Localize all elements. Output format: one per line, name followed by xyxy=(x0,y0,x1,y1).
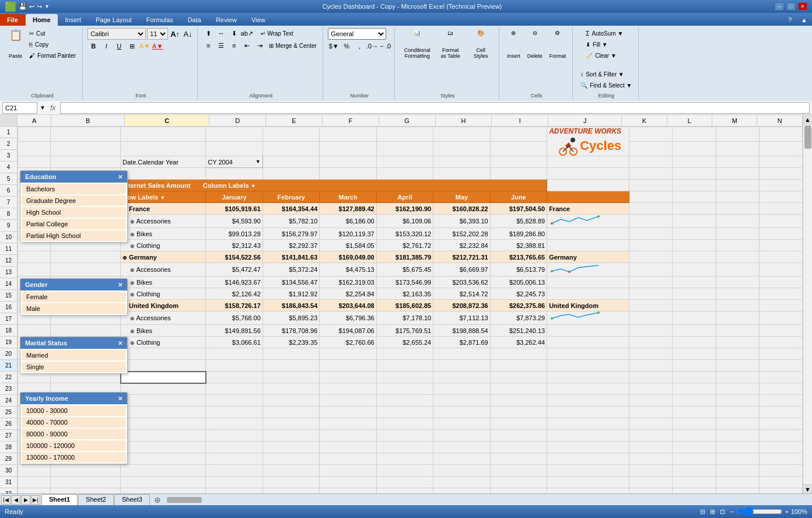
cell-k23[interactable] xyxy=(629,395,673,407)
cell-j14[interactable] xyxy=(547,288,629,300)
cell-l14[interactable] xyxy=(673,288,716,300)
cell-c13[interactable]: ⊕ Bikes xyxy=(121,276,206,288)
cell-k7[interactable] xyxy=(629,203,673,215)
cell-j26[interactable] xyxy=(547,430,629,442)
increase-decimal-btn[interactable]: .0→ xyxy=(366,41,378,51)
education-partialhighschool[interactable]: Partial High School xyxy=(22,230,126,241)
cell-g6[interactable]: April xyxy=(376,191,433,203)
income-40k-70k[interactable]: 40000 - 70000 xyxy=(22,417,126,428)
col-header-k[interactable]: K xyxy=(622,115,667,127)
number-format-select[interactable]: General xyxy=(328,28,386,40)
cell-h1[interactable] xyxy=(433,127,490,142)
cell-f21[interactable] xyxy=(320,372,376,383)
cell-h14[interactable]: $2,514.72 xyxy=(433,288,490,300)
cell-e26[interactable] xyxy=(262,430,319,442)
copy-button[interactable]: ⎘ Copy xyxy=(26,39,79,50)
formula-input[interactable] xyxy=(60,102,810,114)
gender-clear-filter-icon[interactable]: ✕ xyxy=(118,282,123,288)
cell-h30[interactable] xyxy=(433,477,490,488)
cell-d8[interactable]: $4,593.90 xyxy=(206,215,262,228)
minimize-btn[interactable]: ─ xyxy=(775,2,784,10)
cell-m14[interactable] xyxy=(716,288,759,300)
cell-h26[interactable] xyxy=(433,430,490,442)
cell-l26[interactable] xyxy=(673,430,716,442)
cell-f30[interactable] xyxy=(320,477,376,488)
cell-f12[interactable]: $4,475.13 xyxy=(320,263,376,276)
cell-k16[interactable] xyxy=(629,312,673,325)
tab-insert[interactable]: Insert xyxy=(58,14,89,26)
decrease-indent-btn[interactable]: ⇤ xyxy=(241,40,253,51)
cell-j11[interactable]: Germany xyxy=(547,251,629,263)
cell-m7[interactable] xyxy=(716,203,759,215)
cell-l11[interactable] xyxy=(673,251,716,263)
cell-l17[interactable] xyxy=(673,325,716,337)
cell-g20[interactable] xyxy=(376,360,433,372)
cell-j4[interactable] xyxy=(547,168,629,180)
cell-h8[interactable]: $6,393.10 xyxy=(433,215,490,228)
cell-m21[interactable] xyxy=(716,372,759,383)
cell-e4[interactable] xyxy=(262,168,319,180)
row-29[interactable]: 29 xyxy=(0,453,17,465)
clear-btn[interactable]: 🧹Clear ▼ xyxy=(583,50,629,61)
cell-m28[interactable] xyxy=(716,453,759,465)
cell-c11[interactable]: ⊕ Germany xyxy=(121,251,206,263)
expand-cloth-de-icon[interactable]: ⊕ xyxy=(130,292,135,298)
cell-h27[interactable] xyxy=(433,442,490,453)
cell-m20[interactable] xyxy=(716,360,759,372)
cell-m25[interactable] xyxy=(716,418,759,430)
cell-j16[interactable] xyxy=(547,312,629,325)
expand-cloth-fr-icon[interactable]: ⊕ xyxy=(130,243,135,249)
cell-g9[interactable]: $153,320.12 xyxy=(376,228,433,240)
cell-g30[interactable] xyxy=(376,477,433,488)
cell-c30[interactable] xyxy=(121,477,206,488)
cell-j3[interactable] xyxy=(547,156,629,168)
cell-i24[interactable] xyxy=(490,407,547,418)
cell-n31[interactable] xyxy=(759,488,802,494)
cell-n12[interactable] xyxy=(759,263,802,276)
cell-c21[interactable] xyxy=(121,372,206,383)
cell-a1[interactable] xyxy=(18,127,51,142)
cell-n9[interactable] xyxy=(759,228,802,240)
cell-m2[interactable] xyxy=(716,142,759,156)
nav-next-tab[interactable]: ▶ xyxy=(21,495,30,505)
align-center-btn[interactable]: ☰ xyxy=(215,40,227,51)
cell-n13[interactable] xyxy=(759,276,802,288)
cell-n16[interactable] xyxy=(759,312,802,325)
cell-n8[interactable] xyxy=(759,215,802,228)
decrease-decimal-btn[interactable]: ←.0 xyxy=(379,41,391,51)
cell-e23[interactable] xyxy=(262,395,319,407)
orientation-btn[interactable]: ab↗ xyxy=(241,28,253,38)
column-labels-filter-icon[interactable]: ▼ xyxy=(251,183,256,189)
tab-home[interactable]: Home xyxy=(26,14,58,26)
cell-k8[interactable] xyxy=(629,215,673,228)
cell-i17[interactable]: $251,240.13 xyxy=(490,325,547,337)
cell-m9[interactable] xyxy=(716,228,759,240)
cell-i8[interactable]: $5,828.89 xyxy=(490,215,547,228)
cell-l2[interactable] xyxy=(673,142,716,156)
format-cells-btn[interactable]: ⚙ Format xyxy=(547,28,569,61)
cell-h16[interactable]: $7,112.13 xyxy=(433,312,490,325)
cell-j13[interactable] xyxy=(547,276,629,288)
page-layout-view-icon[interactable]: ⊞ xyxy=(710,508,715,516)
row-12[interactable]: 12 xyxy=(0,255,17,267)
font-grow-btn[interactable]: A↑ xyxy=(169,29,181,39)
row-31[interactable]: 31 xyxy=(0,477,17,488)
cell-d3[interactable]: CY 2004 ▼ xyxy=(206,156,262,168)
cell-j5[interactable] xyxy=(547,180,629,191)
cell-g10[interactable]: $2,761.72 xyxy=(376,240,433,251)
row-4[interactable]: 4 xyxy=(0,162,17,173)
cell-k22[interactable] xyxy=(629,383,673,395)
gender-male[interactable]: Male xyxy=(22,303,126,314)
cell-k24[interactable] xyxy=(629,407,673,418)
cell-k14[interactable] xyxy=(629,288,673,300)
cell-n10[interactable] xyxy=(759,240,802,251)
cell-e29[interactable] xyxy=(262,465,319,477)
wrap-text-btn[interactable]: ↵ Wrap Text xyxy=(254,28,300,38)
paste-button[interactable]: 📋 Paste xyxy=(6,28,25,61)
cell-n24[interactable] xyxy=(759,407,802,418)
cell-l7[interactable] xyxy=(673,203,716,215)
cell-n2[interactable] xyxy=(759,142,802,156)
nav-last-tab[interactable]: ▶| xyxy=(31,495,40,505)
cell-g1[interactable] xyxy=(376,127,433,142)
cell-d14[interactable]: $2,126.42 xyxy=(206,288,262,300)
